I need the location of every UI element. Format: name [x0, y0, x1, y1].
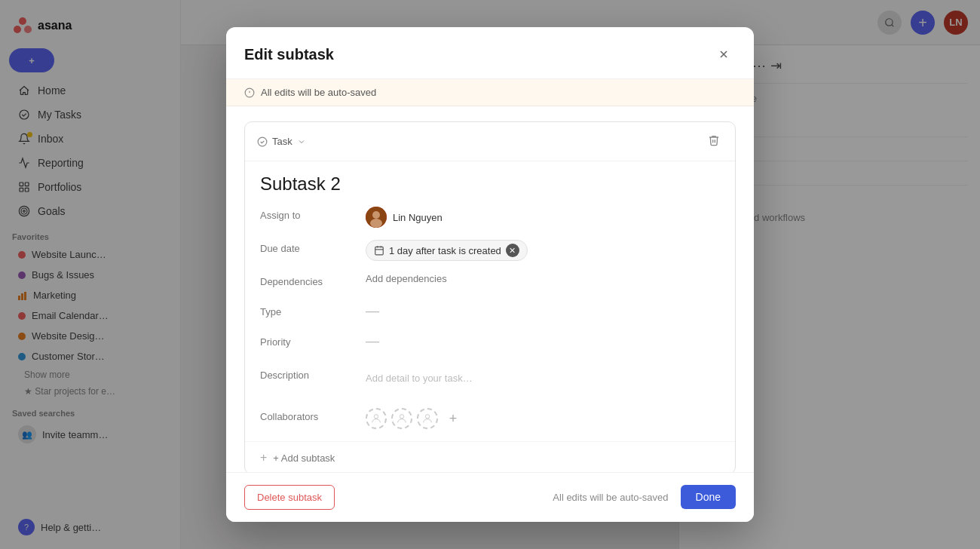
priority-dash: —	[366, 333, 379, 349]
subtask-title[interactable]: Subtask 2	[245, 161, 735, 201]
type-label: Type	[260, 303, 366, 317]
type-row: Type —	[245, 297, 735, 327]
type-dash: —	[366, 303, 379, 319]
person-icon	[421, 413, 433, 425]
done-button[interactable]: Done	[681, 485, 736, 509]
due-date-value[interactable]: 1 day after task is created ✕	[366, 240, 720, 261]
add-subtask-icon: +	[260, 451, 267, 465]
due-date-clear-button[interactable]: ✕	[506, 244, 519, 257]
collaborators-value: +	[366, 408, 720, 429]
modal-footer: Delete subtask All edits will be auto-sa…	[226, 472, 754, 522]
info-icon	[244, 87, 255, 98]
description-label: Description	[260, 367, 366, 381]
svg-point-21	[258, 137, 267, 146]
modal-title: Edit subtask	[244, 46, 334, 63]
due-date-pill[interactable]: 1 day after task is created ✕	[366, 240, 528, 261]
due-date-row: Due date 1 day after task is created ✕	[245, 234, 735, 267]
priority-row: Priority —	[245, 327, 735, 357]
edit-subtask-modal: Edit subtask All edits will be auto-save…	[226, 27, 754, 521]
task-type-label: Task	[272, 136, 292, 147]
due-date-text: 1 day after task is created	[389, 245, 501, 256]
trash-icon	[708, 134, 720, 146]
modal-autosave-notice: All edits will be auto-saved	[226, 79, 754, 106]
collaborators-list: +	[366, 408, 464, 429]
svg-point-29	[374, 415, 378, 419]
collaborator-avatar-3[interactable]	[417, 408, 438, 429]
footer-right: All edits will be auto-saved Done	[553, 485, 736, 509]
collaborators-label: Collaborators	[260, 408, 366, 422]
collaborator-avatar-1[interactable]	[366, 408, 387, 429]
task-card-header: Task	[245, 122, 735, 161]
footer-autosave-text: All edits will be auto-saved	[553, 492, 668, 503]
modal-overlay[interactable]: Edit subtask All edits will be auto-save…	[0, 0, 980, 549]
svg-point-24	[370, 219, 382, 228]
person-icon	[370, 413, 382, 425]
description-row: Description Add detail to your task…	[245, 357, 735, 396]
add-collaborator-button[interactable]: +	[443, 408, 464, 429]
person-icon	[396, 413, 408, 425]
assignee-name: Lin Nguyen	[393, 212, 443, 223]
add-subtask-row[interactable]: + + Add subtask	[245, 441, 735, 471]
dependencies-row: Dependencies Add dependencies	[245, 267, 735, 297]
calendar-icon	[374, 245, 384, 256]
svg-point-30	[400, 415, 403, 419]
delete-task-button[interactable]	[705, 131, 723, 152]
assign-to-row: Assign to Lin Nguyen	[245, 201, 735, 234]
task-card: Task Subtask 2 Assign to	[244, 121, 736, 471]
svg-point-23	[372, 211, 380, 219]
autosave-text: All edits will be auto-saved	[261, 87, 376, 98]
modal-close-button[interactable]	[712, 42, 736, 66]
type-value[interactable]: —	[366, 303, 720, 319]
add-dependencies-link[interactable]: Add dependencies	[366, 273, 447, 284]
task-type-selector[interactable]: Task	[257, 136, 306, 147]
close-icon	[718, 48, 730, 60]
modal-body: Task Subtask 2 Assign to	[226, 106, 754, 471]
assign-to-label: Assign to	[260, 207, 366, 221]
modal-header: Edit subtask	[226, 27, 754, 79]
due-date-label: Due date	[260, 240, 366, 254]
description-value[interactable]: Add detail to your task…	[366, 367, 720, 390]
assign-to-value[interactable]: Lin Nguyen	[366, 207, 720, 228]
priority-label: Priority	[260, 333, 366, 348]
priority-value[interactable]: —	[366, 333, 720, 349]
svg-point-31	[425, 415, 429, 419]
assignee-avatar	[366, 207, 387, 228]
add-subtask-label: + Add subtask	[273, 452, 335, 464]
dependencies-label: Dependencies	[260, 273, 366, 287]
check-circle-icon	[257, 136, 268, 147]
chevron-down-icon	[297, 137, 306, 146]
dependencies-value[interactable]: Add dependencies	[366, 273, 720, 284]
delete-subtask-button[interactable]: Delete subtask	[244, 485, 335, 510]
collaborators-row: Collaborators +	[245, 396, 735, 441]
svg-rect-25	[375, 247, 384, 256]
description-placeholder: Add detail to your task…	[366, 367, 473, 390]
collaborator-avatar-2[interactable]	[391, 408, 412, 429]
avatar-image	[366, 207, 387, 228]
